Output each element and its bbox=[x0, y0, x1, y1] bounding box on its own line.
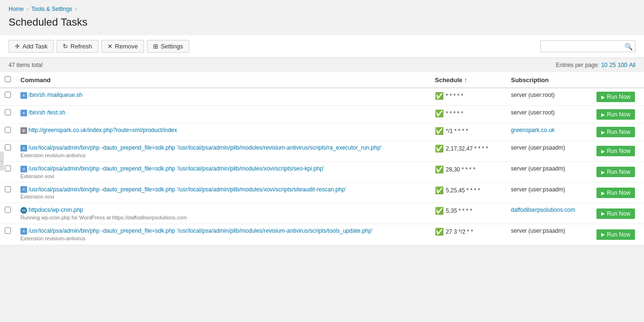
breadcrumb-home[interactable]: Home bbox=[9, 6, 24, 12]
refresh-button[interactable]: ↻ Refresh bbox=[57, 40, 98, 53]
run-now-label: Run Now bbox=[607, 189, 630, 196]
command-cell: ≡/bin/sh /mailqueue.sh bbox=[16, 88, 430, 106]
command-cell: ≡/bin/sh /test.sh bbox=[16, 106, 430, 123]
meta-row: 47 items total Entries per page: 10 25 1… bbox=[0, 58, 644, 72]
command-link[interactable]: http://greenspark.co.uk/index.php?route=… bbox=[29, 127, 177, 133]
run-now-button[interactable]: ▶ Run Now bbox=[596, 188, 635, 198]
entries-all[interactable]: All bbox=[629, 62, 635, 68]
subscription-cell: server (user:psaadm) bbox=[506, 224, 592, 245]
schedule-header[interactable]: Schedule ↑ bbox=[430, 72, 506, 88]
schedule-value: * * * * * bbox=[446, 93, 463, 99]
table-row: ≡/usr/local/psa/admin/bin/php -dauto_pre… bbox=[0, 161, 644, 182]
schedule-cell: ✅ 27 3 */2 * * bbox=[430, 224, 506, 245]
run-now-button[interactable]: ▶ Run Now bbox=[596, 146, 635, 156]
subscription-cell: server (user:psaadm) bbox=[506, 161, 592, 182]
play-icon: ▶ bbox=[601, 112, 605, 117]
remove-button[interactable]: ✕ Remove bbox=[101, 40, 144, 53]
command-cell: ≡/usr/local/psa/admin/bin/php -dauto_pre… bbox=[16, 182, 430, 203]
search-input[interactable] bbox=[540, 40, 635, 52]
entries-100[interactable]: 100 bbox=[618, 62, 627, 68]
page-title: Scheduled Tasks bbox=[0, 14, 644, 35]
row-checkbox[interactable] bbox=[5, 186, 11, 192]
command-link[interactable]: /usr/local/psa/admin/bin/php -dauto_prep… bbox=[29, 186, 346, 193]
command-link[interactable]: /usr/local/psa/admin/bin/php -dauto_prep… bbox=[29, 165, 324, 172]
run-now-button[interactable]: ▶ Run Now bbox=[596, 127, 635, 137]
run-now-button[interactable]: ▶ Run Now bbox=[596, 167, 635, 177]
command-link[interactable]: /usr/local/psa/admin/bin/php -dauto_prep… bbox=[29, 144, 382, 151]
command-cell: Whttpdocs/wp-cron.php Running wp-cron.ph… bbox=[16, 203, 430, 224]
command-cell: ≡/usr/local/psa/admin/bin/php -dauto_pre… bbox=[16, 161, 430, 182]
schedule-value: 2,17,32,47 * * * * bbox=[446, 145, 488, 152]
table-row: ≡/bin/sh /test.sh ✅ * * * * * server (us… bbox=[0, 106, 644, 123]
row-checkbox[interactable] bbox=[5, 109, 11, 115]
row-checkbox-cell bbox=[0, 224, 16, 245]
subscription-text: server (user:psaadm) bbox=[511, 227, 565, 234]
select-all-checkbox[interactable] bbox=[5, 76, 11, 82]
entries-per-page: Entries per page: 10 25 100 All bbox=[556, 62, 635, 68]
row-checkbox-cell bbox=[0, 203, 16, 224]
command-cell: ⊕http://greenspark.co.uk/index.php?route… bbox=[16, 123, 430, 141]
schedule-cell: ✅ 5,35 * * * * bbox=[430, 203, 506, 224]
schedule-cell: ✅ 5,25,45 * * * * bbox=[430, 182, 506, 203]
play-icon: ▶ bbox=[601, 149, 605, 154]
refresh-icon: ↻ bbox=[63, 43, 68, 50]
schedule-value: * * * * * bbox=[446, 110, 463, 117]
action-cell: ▶ Run Now bbox=[592, 88, 644, 106]
row-checkbox-cell bbox=[0, 123, 16, 141]
command-link[interactable]: /bin/sh /test.sh bbox=[29, 109, 65, 116]
entries-10[interactable]: 10 bbox=[601, 62, 607, 68]
row-checkbox-cell bbox=[0, 182, 16, 203]
row-checkbox[interactable] bbox=[5, 207, 11, 213]
action-cell: ▶ Run Now bbox=[592, 141, 644, 162]
command-link[interactable]: httpdocs/wp-cron.php bbox=[29, 207, 83, 213]
table-header-row: Command Schedule ↑ Subscription bbox=[0, 72, 644, 88]
row-checkbox[interactable] bbox=[5, 227, 11, 234]
command-link[interactable]: /bin/sh /mailqueue.sh bbox=[29, 92, 82, 98]
table-row: Whttpdocs/wp-cron.php Running wp-cron.ph… bbox=[0, 203, 644, 224]
schedule-value: 5,35 * * * * bbox=[446, 208, 472, 214]
command-link[interactable]: /usr/local/psa/admin/bin/php -dauto_prep… bbox=[29, 227, 373, 234]
search-button[interactable]: 🔍 bbox=[625, 43, 633, 50]
schedule-cell: ✅ */1 * * * * bbox=[430, 123, 506, 141]
row-checkbox[interactable] bbox=[5, 127, 11, 133]
schedule-cell: ✅ * * * * * bbox=[430, 88, 506, 106]
row-checkbox[interactable] bbox=[5, 92, 11, 98]
script-icon: ≡ bbox=[20, 110, 27, 116]
entries-25[interactable]: 25 bbox=[609, 62, 615, 68]
settings-button[interactable]: ⊞ Settings bbox=[147, 40, 189, 53]
subscription-text: server (user:root) bbox=[511, 92, 555, 98]
subscription-link[interactable]: greenspark.co.uk bbox=[511, 127, 555, 133]
table-row: ≡/usr/local/psa/admin/bin/php -dauto_pre… bbox=[0, 182, 644, 203]
row-checkbox-cell bbox=[0, 88, 16, 106]
add-task-button[interactable]: ✛ Add Task bbox=[9, 40, 54, 53]
command-note: Extension revisium-antivirus bbox=[20, 152, 425, 158]
panel-handle[interactable]: ‹ bbox=[0, 152, 4, 170]
command-cell: ≡/usr/local/psa/admin/bin/php -dauto_pre… bbox=[16, 141, 430, 162]
search-area: 🔍 bbox=[540, 40, 635, 52]
url-icon: ⊕ bbox=[20, 127, 27, 134]
run-now-label: Run Now bbox=[607, 111, 630, 118]
schedule-cell: ✅ 2,17,32,47 * * * * bbox=[430, 141, 506, 162]
schedule-cell: ✅ * * * * * bbox=[430, 106, 506, 123]
row-checkbox[interactable] bbox=[5, 144, 11, 151]
run-now-button[interactable]: ▶ Run Now bbox=[596, 229, 635, 240]
run-now-label: Run Now bbox=[607, 169, 630, 175]
run-now-button[interactable]: ▶ Run Now bbox=[596, 208, 635, 219]
row-checkbox[interactable] bbox=[5, 165, 11, 171]
run-now-button[interactable]: ▶ Run Now bbox=[596, 109, 635, 120]
toolbar: ✛ Add Task ↻ Refresh ✕ Remove ⊞ Settings… bbox=[0, 35, 644, 58]
subscription-cell: daffodilserpsolutions.com bbox=[506, 203, 592, 224]
script-icon: ≡ bbox=[20, 145, 27, 152]
row-checkbox-cell bbox=[0, 106, 16, 123]
subscription-cell: server (user:psaadm) bbox=[506, 141, 592, 162]
subscription-text: server (user:psaadm) bbox=[511, 165, 565, 172]
run-now-label: Run Now bbox=[607, 129, 630, 135]
breadcrumb-tools[interactable]: Tools & Settings bbox=[31, 6, 72, 12]
run-now-button[interactable]: ▶ Run Now bbox=[596, 92, 635, 102]
subscription-link[interactable]: daffodilserpsolutions.com bbox=[511, 207, 575, 213]
tasks-table: Command Schedule ↑ Subscription ≡/bin/sh… bbox=[0, 72, 644, 245]
schedule-status-icon: ✅ bbox=[435, 186, 444, 195]
total-items: 47 items total bbox=[9, 62, 42, 68]
action-cell: ▶ Run Now bbox=[592, 224, 644, 245]
subscription-cell: server (user:root) bbox=[506, 88, 592, 106]
